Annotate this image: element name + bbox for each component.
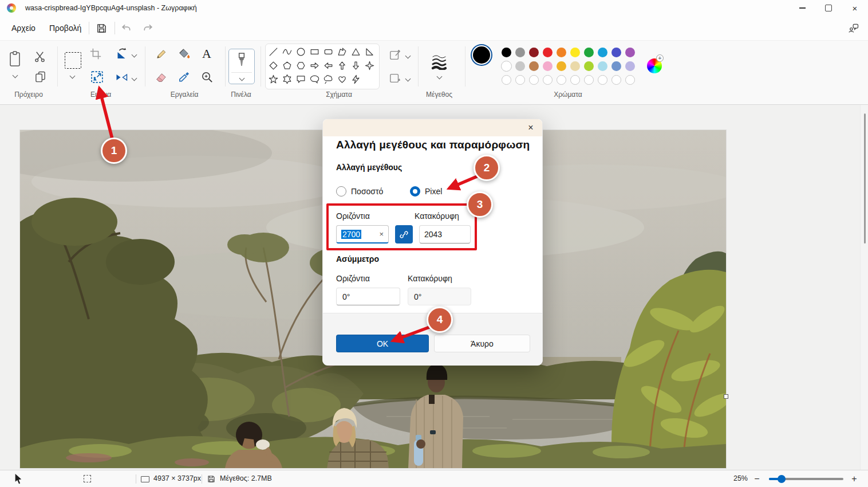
radio-pixel[interactable] — [410, 186, 420, 197]
shape-star-6[interactable] — [280, 72, 294, 86]
palette-empty-slot[interactable] — [582, 73, 595, 87]
shape-star-4[interactable] — [362, 58, 376, 72]
shape-rectangle[interactable] — [307, 45, 321, 58]
shape-pentagon[interactable] — [280, 58, 294, 72]
close-button[interactable]: × — [842, 0, 868, 16]
zoom-slider-knob[interactable] — [778, 475, 786, 483]
palette-empty-slot[interactable] — [540, 73, 554, 87]
paste-button[interactable] — [7, 50, 23, 68]
canvas-resize-handle[interactable] — [724, 394, 728, 399]
vertical-scrollbar[interactable] — [860, 105, 868, 470]
shape-right-triangle[interactable] — [362, 45, 376, 58]
select-dropdown[interactable] — [69, 73, 76, 78]
maximize-button[interactable] — [815, 0, 842, 16]
select-tool-button[interactable] — [65, 52, 81, 69]
flip-dropdown[interactable] — [131, 75, 137, 81]
palette-color[interactable] — [582, 59, 595, 73]
brushes-button[interactable] — [228, 49, 255, 84]
cut-button[interactable] — [32, 49, 47, 64]
rotate-button[interactable] — [113, 46, 129, 61]
radio-percent-label[interactable]: Ποσοστό — [351, 187, 383, 196]
shape-fill-dropdown[interactable] — [404, 76, 411, 81]
redo-button[interactable] — [141, 21, 155, 35]
palette-color[interactable] — [554, 45, 568, 59]
shape-lightning[interactable] — [349, 72, 362, 86]
zoom-out-button[interactable]: − — [750, 472, 764, 486]
fill-tool-button[interactable] — [176, 46, 191, 61]
radio-pixel-label[interactable]: Pixel — [425, 187, 442, 196]
palette-color[interactable] — [499, 59, 513, 73]
shape-diamond[interactable] — [266, 58, 280, 72]
stroke-size-dropdown[interactable] — [436, 73, 443, 79]
shape-curve[interactable] — [280, 45, 294, 58]
skew-horizontal-input[interactable]: 0° — [336, 288, 400, 305]
palette-color[interactable] — [554, 59, 568, 73]
palette-color[interactable] — [623, 59, 637, 73]
palette-color[interactable] — [595, 45, 609, 59]
color-picker-tool-button[interactable] — [176, 69, 191, 84]
shape-callout-oval[interactable] — [307, 72, 321, 86]
crop-button[interactable] — [88, 46, 103, 61]
shape-rounded-rectangle[interactable] — [321, 45, 335, 58]
palette-color[interactable] — [513, 45, 527, 59]
shape-outline-button[interactable] — [388, 48, 403, 62]
pencil-tool-button[interactable] — [153, 46, 168, 61]
color1-swatch[interactable] — [473, 46, 490, 64]
copy-button[interactable] — [33, 69, 47, 84]
shape-arrow-down[interactable] — [349, 58, 362, 72]
palette-color[interactable] — [582, 45, 595, 59]
resize-button[interactable] — [89, 69, 105, 85]
palette-empty-slot[interactable] — [499, 73, 513, 87]
palette-color[interactable] — [623, 45, 637, 59]
palette-color[interactable] — [513, 59, 527, 73]
zoom-in-button[interactable]: + — [847, 472, 861, 486]
radio-percent[interactable] — [336, 186, 346, 197]
shape-heart[interactable] — [335, 72, 349, 86]
stroke-size-button[interactable] — [431, 53, 448, 70]
palette-color[interactable] — [568, 45, 582, 59]
palette-empty-slot[interactable] — [568, 73, 582, 87]
shape-callout-cloud[interactable] — [321, 72, 335, 86]
minimize-button[interactable] — [789, 0, 815, 16]
palette-empty-slot[interactable] — [609, 73, 623, 87]
shape-ellipse[interactable] — [294, 45, 307, 58]
shape-hexagon[interactable] — [294, 58, 307, 72]
paste-dropdown[interactable] — [11, 72, 18, 78]
palette-color[interactable] — [568, 59, 582, 73]
text-tool-button[interactable]: A — [199, 46, 214, 61]
save-button[interactable] — [94, 21, 109, 36]
palette-color[interactable] — [499, 45, 513, 59]
palette-color[interactable] — [595, 59, 609, 73]
skew-vertical-input[interactable]: 0° — [408, 288, 471, 305]
palette-color[interactable] — [540, 59, 554, 73]
undo-button[interactable] — [119, 21, 133, 35]
shape-line[interactable] — [266, 45, 280, 58]
shape-arrow-right[interactable] — [307, 58, 321, 72]
shape-triangle[interactable] — [349, 45, 362, 58]
palette-color[interactable] — [609, 45, 623, 59]
shape-arrow-up[interactable] — [335, 58, 349, 72]
palette-empty-slot[interactable] — [554, 73, 568, 87]
palette-color[interactable] — [609, 59, 623, 73]
rotate-dropdown[interactable] — [131, 52, 137, 57]
palette-color[interactable] — [540, 45, 554, 59]
shape-polygon[interactable] — [335, 45, 349, 58]
feedback-button[interactable] — [846, 21, 861, 36]
palette-empty-slot[interactable] — [513, 73, 527, 87]
palette-empty-slot[interactable] — [623, 73, 637, 87]
palette-empty-slot[interactable] — [595, 73, 609, 87]
brushes-dropdown[interactable] — [238, 75, 245, 81]
magnifier-tool-button[interactable] — [199, 69, 214, 84]
eraser-tool-button[interactable] — [153, 69, 168, 84]
shape-star-5[interactable] — [266, 72, 280, 86]
palette-color[interactable] — [527, 45, 540, 59]
palette-empty-slot[interactable] — [527, 73, 540, 87]
menu-view[interactable]: Προβολή — [42, 19, 88, 37]
cancel-button[interactable]: Άκυρο — [434, 335, 530, 352]
scrollbar-thumb[interactable] — [864, 113, 866, 244]
palette-color[interactable] — [527, 59, 540, 73]
shape-callout-rect[interactable] — [294, 72, 307, 86]
ok-button[interactable]: OK — [336, 335, 429, 352]
dialog-close-button[interactable]: × — [524, 121, 538, 134]
shape-fill-button[interactable] — [388, 70, 403, 85]
